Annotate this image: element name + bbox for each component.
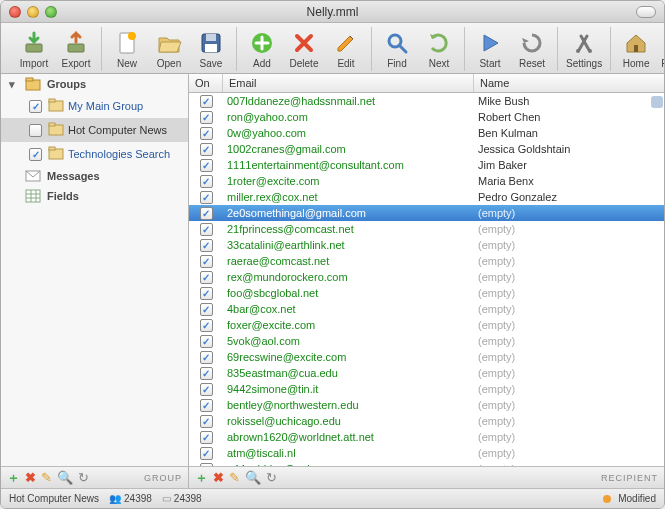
refresh-icon[interactable]: ↻: [78, 471, 89, 484]
settings-button[interactable]: Settings: [564, 27, 604, 71]
row-checkbox[interactable]: [200, 383, 213, 396]
sidebar-item[interactable]: Technologies Search: [1, 142, 188, 166]
row-name: Ben Kulman: [474, 127, 664, 139]
edit-button[interactable]: Edit: [327, 27, 365, 71]
table-row[interactable]: abrown1620@worldnet.att.net(empty): [189, 429, 664, 445]
refresh-icon[interactable]: ↻: [266, 471, 277, 484]
row-checkbox[interactable]: [200, 95, 213, 108]
delete-icon[interactable]: ✖: [25, 471, 36, 484]
row-checkbox[interactable]: [200, 191, 213, 204]
row-checkbox[interactable]: [200, 335, 213, 348]
add-icon[interactable]: ＋: [7, 471, 20, 484]
table-row[interactable]: 1002cranes@gmail.comJessica Goldshtain: [189, 141, 664, 157]
row-checkbox[interactable]: [200, 303, 213, 316]
row-name: (empty): [474, 303, 664, 315]
row-checkbox[interactable]: [200, 447, 213, 460]
table-row[interactable]: 5vok@aol.com(empty): [189, 333, 664, 349]
reset-button[interactable]: Reset: [513, 27, 551, 71]
add-icon[interactable]: ＋: [195, 471, 208, 484]
table-row[interactable]: 9442simone@tin.it(empty): [189, 381, 664, 397]
row-checkbox[interactable]: [200, 431, 213, 444]
home-button[interactable]: Home: [617, 27, 655, 71]
table-row[interactable]: foxer@excite.com(empty): [189, 317, 664, 333]
row-checkbox[interactable]: [200, 207, 213, 220]
row-checkbox[interactable]: [200, 255, 213, 268]
toolbar-label: Find: [387, 58, 406, 69]
delete-icon[interactable]: ✖: [213, 471, 224, 484]
sidebar-item[interactable]: Hot Computer News: [1, 118, 188, 142]
sidebar-section-header[interactable]: Fields: [1, 186, 188, 206]
sidebar-item-label: Hot Computer News: [68, 124, 167, 136]
scroll-indicator[interactable]: [651, 96, 663, 108]
disclosure-triangle-icon[interactable]: ▾: [9, 78, 19, 91]
table-row[interactable]: 21fprincess@comcast.net(empty): [189, 221, 664, 237]
delete-button[interactable]: Delete: [285, 27, 323, 71]
export-button[interactable]: Export: [57, 27, 95, 71]
sidebar-section-header[interactable]: ▾Groups: [1, 74, 188, 94]
row-checkbox[interactable]: [200, 127, 213, 140]
checkbox[interactable]: [29, 124, 42, 137]
sidebar-item[interactable]: My Main Group: [1, 94, 188, 118]
table-row[interactable]: foo@sbcglobal.net(empty): [189, 285, 664, 301]
row-checkbox[interactable]: [200, 271, 213, 284]
row-checkbox[interactable]: [200, 319, 213, 332]
table-row[interactable]: rokissel@uchicago.edu(empty): [189, 413, 664, 429]
table-row[interactable]: 2e0somethingal@gmail.com(empty): [189, 205, 664, 221]
row-email: miller.rex@cox.net: [223, 191, 474, 203]
table-row[interactable]: raerae@comcast.net(empty): [189, 253, 664, 269]
next-button[interactable]: Next: [420, 27, 458, 71]
find-button[interactable]: Find: [378, 27, 416, 71]
column-name[interactable]: Name: [474, 74, 664, 92]
table-row[interactable]: atm@tiscali.nl(empty): [189, 445, 664, 461]
add-button[interactable]: Add: [243, 27, 281, 71]
row-name: (empty): [474, 447, 664, 459]
status-count-selection: ▭ 24398: [162, 493, 202, 504]
row-checkbox[interactable]: [200, 287, 213, 300]
row-checkbox[interactable]: [200, 239, 213, 252]
row-checkbox[interactable]: [200, 399, 213, 412]
search-icon[interactable]: 🔍: [57, 471, 73, 484]
row-name: Jessica Goldshtain: [474, 143, 664, 155]
table-icon: [25, 189, 41, 203]
table-row[interactable]: 69recswine@excite.com(empty): [189, 349, 664, 365]
table-row[interactable]: 4bar@cox.net(empty): [189, 301, 664, 317]
table-row[interactable]: bentley@northwestern.edu(empty): [189, 397, 664, 413]
new-button[interactable]: New: [108, 27, 146, 71]
row-checkbox[interactable]: [200, 223, 213, 236]
table-row[interactable]: ron@yahoo.comRobert Chen: [189, 109, 664, 125]
people-icon: 👥: [109, 493, 121, 504]
table-row[interactable]: 0w@yahoo.comBen Kulman: [189, 125, 664, 141]
sidebar-section-header[interactable]: Messages: [1, 166, 188, 186]
main-toolbar: ImportExportNewOpenSaveAddDeleteEditFind…: [1, 23, 664, 74]
table-row[interactable]: 007lddaneze@hadssnmail.netMike Bush: [189, 93, 664, 109]
recipients-table: 007lddaneze@hadssnmail.netMike Bushron@y…: [189, 93, 664, 466]
table-row[interactable]: rex@mundorockero.com(empty): [189, 269, 664, 285]
column-on[interactable]: On: [189, 74, 223, 92]
toolbar-label: Add: [253, 58, 271, 69]
table-row[interactable]: miller.rex@cox.netPedro Gonzalez: [189, 189, 664, 205]
row-checkbox[interactable]: [200, 351, 213, 364]
save-button[interactable]: Save: [192, 27, 230, 71]
table-row[interactable]: 33catalini@earthlink.net(empty): [189, 237, 664, 253]
table-row[interactable]: 1roter@excite.comMaria Benx: [189, 173, 664, 189]
open-button[interactable]: Open: [150, 27, 188, 71]
purchase-button[interactable]: Purchase: [659, 27, 665, 71]
checkbox[interactable]: [29, 148, 42, 161]
row-email: 835eastman@cua.edu: [223, 367, 474, 379]
edit-icon[interactable]: ✎: [41, 471, 52, 484]
table-row[interactable]: 1111entertainment@consultant.comJim Bake…: [189, 157, 664, 173]
column-email[interactable]: Email: [223, 74, 474, 92]
row-checkbox[interactable]: [200, 367, 213, 380]
row-checkbox[interactable]: [200, 415, 213, 428]
row-checkbox[interactable]: [200, 111, 213, 124]
edit-icon[interactable]: ✎: [229, 471, 240, 484]
row-checkbox[interactable]: [200, 159, 213, 172]
table-row[interactable]: 835eastman@cua.edu(empty): [189, 365, 664, 381]
checkbox[interactable]: [29, 100, 42, 113]
start-button[interactable]: Start: [471, 27, 509, 71]
import-button[interactable]: Import: [15, 27, 53, 71]
row-checkbox[interactable]: [200, 175, 213, 188]
search-icon[interactable]: 🔍: [245, 471, 261, 484]
row-checkbox[interactable]: [200, 143, 213, 156]
row-name: (empty): [474, 239, 664, 251]
